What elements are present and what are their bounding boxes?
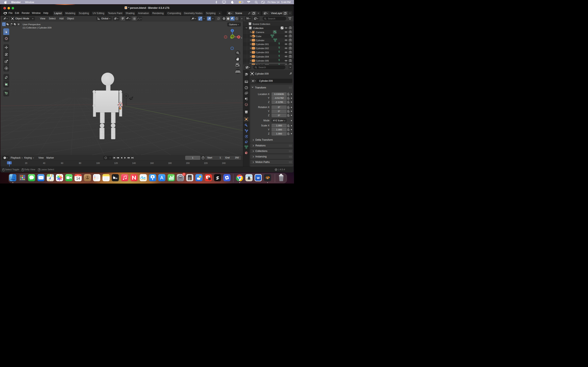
svg-text:tv: tv [115,177,118,179]
svg-text:Collection: Collection [253,27,264,29]
svg-text:X: X [238,36,239,38]
svg-text:Cylinder.005: Cylinder.005 [256,59,269,62]
svg-text:Cube: Cube [256,35,261,38]
svg-text:Cylinder: Cylinder [256,39,264,42]
svg-text:Cylinder.003: Cylinder.003 [256,51,269,54]
svg-text:Z: Z [232,29,233,32]
svg-text:Camera: Camera [256,31,264,33]
svg-text:Cylinder.001: Cylinder.001 [256,43,269,45]
svg-text:Cylinder.004: Cylinder.004 [256,55,269,58]
svg-text:NOV: NOV [77,175,80,176]
svg-text:14: 14 [76,176,80,180]
svg-text:W: W [257,176,260,180]
svg-text:Scene Collection: Scene Collection [252,23,270,25]
svg-text:Cylinder.002: Cylinder.002 [256,47,269,50]
